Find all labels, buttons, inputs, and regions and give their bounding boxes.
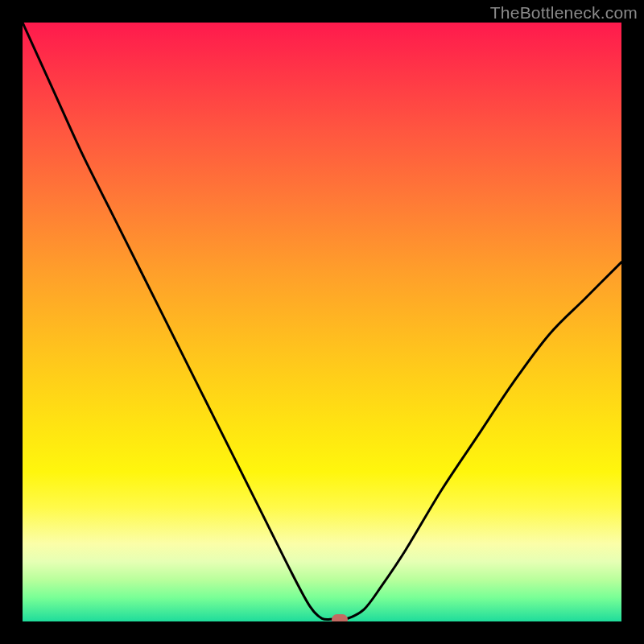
chart-frame: TheBottleneck.com — [0, 0, 644, 644]
minimum-marker — [332, 614, 348, 621]
plot-area — [23, 23, 621, 621]
series-line — [23, 23, 621, 621]
watermark-text: TheBottleneck.com — [490, 3, 638, 23]
